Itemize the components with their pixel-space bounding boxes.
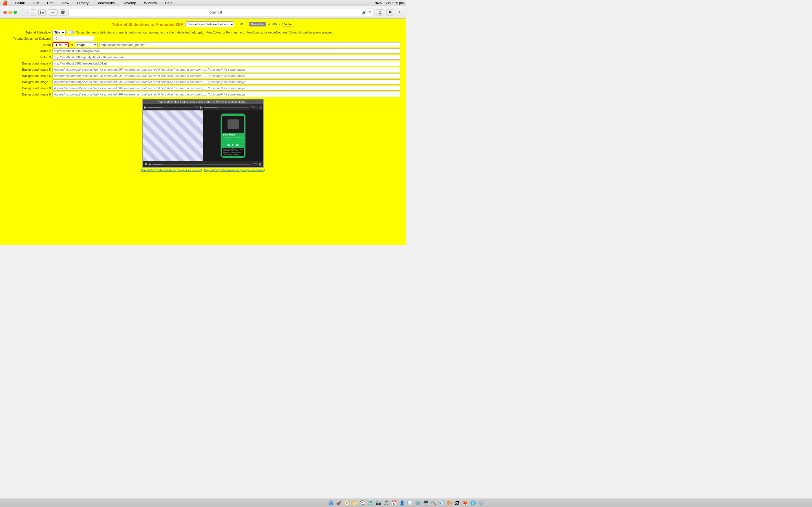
tab-overview[interactable]: ⊞: [386, 9, 394, 15]
menu-edit[interactable]: Edit: [45, 1, 55, 5]
skip-button[interactable]: ⏭: [48, 9, 57, 15]
title-dropdown[interactable]: Title: [52, 30, 66, 35]
url-bar[interactable]: localhost 🔊 ↻: [68, 9, 374, 16]
apple-menu[interactable]: 🍎: [2, 0, 8, 6]
bg8-label: Background Image 8: [6, 87, 51, 90]
battery-status: 94%: [375, 1, 382, 5]
close-button[interactable]: [3, 11, 7, 14]
menu-file[interactable]: File: [32, 1, 41, 5]
sync-button-1[interactable]: Play and/or Synchronize Media (backgroun…: [141, 169, 202, 172]
bg8-row: Background Image 8: [6, 86, 400, 91]
video-button[interactable]: Video: [282, 22, 294, 26]
bg6-row: Background Image 6: [6, 73, 400, 78]
time-display-3: 0:09: [253, 163, 258, 166]
audio-label: Audio: [6, 43, 51, 47]
time-display-1: 0:00: [194, 106, 199, 109]
phone-mockup: Daily Mix 2 Tracy Bennett, Diana Krall ♡…: [220, 113, 246, 158]
minimize-button[interactable]: [8, 11, 12, 14]
menu-view[interactable]: View: [60, 1, 71, 5]
sync-button-2[interactable]: Play and/or Synchronize Media (backgroun…: [204, 169, 265, 172]
video-preview: Daily Mix 2 Tracy Bennett, Diana Krall ♡…: [203, 110, 263, 161]
delay-input[interactable]: [52, 36, 94, 41]
bg8-input[interactable]: [52, 86, 400, 91]
time-display-2: 0:00: [250, 106, 255, 109]
bg4-row: Background Image 4: [6, 61, 400, 66]
url-text: localhost: [71, 10, 360, 14]
or-text: ... or ...: [237, 22, 247, 26]
preview-controls-bottom: ⏹ ▶ 0:09 🖼: [143, 161, 263, 167]
audio2-row: Audio 2: [6, 48, 400, 54]
tutorial-slideshow-row: Tutorial Slideshow Title To supplement #…: [6, 30, 400, 35]
maximize-button[interactable]: [13, 11, 17, 14]
menu-help[interactable]: Help: [163, 1, 174, 5]
audio-url-input[interactable]: [99, 42, 400, 47]
menu-window[interactable]: Window: [142, 1, 159, 5]
bg7-row: Background Image 7: [6, 79, 400, 84]
svg-rect-2: [42, 12, 44, 13]
progress-bar-3[interactable]: [153, 164, 252, 165]
video3-row: Video 3: [6, 55, 400, 60]
video3-label: Video 3: [6, 55, 51, 59]
menu-safari[interactable]: Safari: [13, 1, 27, 5]
menu-develop[interactable]: Develop: [121, 1, 138, 5]
svg-rect-1: [42, 11, 44, 11]
pip-button[interactable]: ⊡: [259, 106, 262, 109]
picture-icon[interactable]: 🖼: [259, 163, 262, 166]
play-button-3[interactable]: ▶: [149, 162, 151, 166]
bg4-label: Background Image 4: [6, 62, 51, 65]
tutorial-slideshow-label: Tutorial Slideshow: [6, 31, 51, 34]
delay-label: Tutorial Slideshow Delay(s): [6, 37, 51, 40]
below-re-button[interactable]: Below Re: [249, 22, 266, 26]
svg-rect-3: [42, 13, 44, 14]
preview-media: Daily Mix 2 Tracy Bennett, Diana Krall ♡…: [143, 110, 263, 161]
progress-bar-1[interactable]: [148, 107, 193, 108]
bg9-row: Background Image 9: [6, 92, 400, 97]
bg9-input[interactable]: [52, 92, 400, 97]
bg6-label: Background Image 6: [6, 74, 51, 77]
back-button[interactable]: ‹: [21, 9, 28, 15]
shield-button[interactable]: [60, 9, 66, 15]
bg4-input[interactable]: [52, 61, 400, 66]
audio-button[interactable]: Audio: [268, 22, 277, 26]
menu-bookmarks[interactable]: Bookmarks: [95, 1, 116, 5]
audio-row: Audio HTML or Image: [6, 42, 400, 47]
bg5-row: Background Image 5: [6, 67, 400, 72]
preview-header: Play Audio/Video Sequentially below if S…: [143, 100, 263, 104]
delay-row: Tutorial Slideshow Delay(s): [6, 36, 400, 41]
reload-button[interactable]: ↻: [368, 10, 371, 14]
forward-button[interactable]: ›: [30, 9, 36, 15]
play-button-2[interactable]: ▶: [200, 105, 203, 109]
background-preview: [143, 110, 203, 161]
image-select[interactable]: Image: [75, 42, 98, 47]
menu-history[interactable]: History: [75, 1, 90, 5]
bg7-label: Background Image 7: [6, 80, 51, 83]
progress-bar-2[interactable]: [204, 107, 249, 108]
menu-bar: 🍎 Safari File Edit View History Bookmark…: [0, 0, 406, 6]
size-dropdown[interactable]: Size of First Slide (as below): [185, 21, 234, 27]
sidebar-toggle[interactable]: [38, 9, 46, 15]
title-help-text: To supplement # delimited comments below…: [77, 31, 333, 34]
preview-box: Play Audio/Video Sequentially below if S…: [142, 99, 264, 168]
play-button-1[interactable]: ▶: [144, 105, 147, 109]
browser-chrome: ‹ › ⏭ localhost 🔊 ↻ ⊞ +: [0, 6, 406, 18]
fullscreen-button[interactable]: ⤢: [256, 106, 258, 109]
toggle-switch[interactable]: [67, 31, 75, 34]
sync-buttons: Play and/or Synchronize Media (backgroun…: [141, 169, 265, 172]
svg-rect-0: [40, 11, 41, 14]
clock: Sun 5:25 pm: [385, 1, 404, 5]
dot-separator: ·: [279, 22, 280, 26]
preview-area: Play Audio/Video Sequentially below if S…: [6, 99, 400, 172]
html-select[interactable]: HTML: [52, 42, 69, 47]
audio2-input[interactable]: [52, 48, 400, 54]
bg6-input[interactable]: [52, 73, 400, 78]
bg7-input[interactable]: [52, 79, 400, 84]
menu-right: 94% Sun 5:25 pm: [375, 1, 404, 5]
share-button[interactable]: [376, 9, 384, 15]
or-label: or: [70, 43, 73, 47]
bg5-label: Background Image 5: [6, 68, 51, 71]
bg5-input[interactable]: [52, 67, 400, 72]
stop-button[interactable]: ⏹: [144, 162, 148, 166]
new-tab-button[interactable]: +: [396, 9, 403, 15]
traffic-lights: [3, 11, 17, 14]
video3-input[interactable]: [52, 55, 400, 60]
